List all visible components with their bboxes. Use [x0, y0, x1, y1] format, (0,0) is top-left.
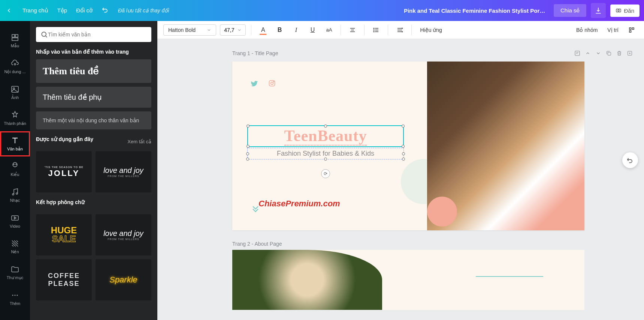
rail-photos[interactable]: Ảnh	[0, 80, 30, 105]
help-fab[interactable]	[622, 152, 638, 168]
thumb-jolly[interactable]: 'TIS THE SEASON TO BEJOLLY	[36, 151, 92, 192]
add-subheading-button[interactable]: Thêm tiêu đề phụ	[36, 87, 151, 108]
svg-rect-2	[12, 35, 15, 37]
text-toolbar: Hatton Bold 47,7 A B I U aA Hiệu ứng Bỏ …	[157, 21, 644, 39]
bold-button[interactable]: B	[273, 24, 286, 36]
publish-button[interactable]: Đăn	[610, 5, 640, 17]
thumb-love[interactable]: love and joyFROM THE MILLERS	[96, 151, 151, 192]
svg-point-9	[12, 194, 14, 195]
document-title[interactable]: Pink and Teal Classic Feminine Fashion S…	[404, 8, 546, 14]
chevron-down-icon	[237, 28, 242, 32]
rail-text[interactable]: Văn bản	[0, 131, 30, 156]
svg-point-17	[374, 30, 375, 30]
title-textbox[interactable]: TeenBeauty	[247, 125, 404, 147]
top-bar: Trang chủ Tệp Đổi cỡ Đã lưu tất cả thay …	[0, 0, 644, 21]
underline-button[interactable]: U	[306, 24, 319, 36]
svg-rect-23	[608, 52, 611, 55]
svg-rect-4	[12, 38, 18, 41]
rail-styles[interactable]: Kiểu	[0, 156, 30, 182]
save-status: Đã lưu tất cả thay đổi	[118, 8, 169, 14]
thumb-huge-sale[interactable]: HUGESALE	[36, 214, 92, 255]
thumb-coffee[interactable]: COFFEEPLEASE	[36, 259, 92, 300]
ungroup-button[interactable]: Bỏ nhóm	[573, 27, 601, 33]
about-photo[interactable]	[232, 250, 382, 310]
svg-point-14	[17, 295, 18, 296]
font-combo-label: Kết hợp phông chữ	[36, 199, 85, 205]
decor-circle	[427, 197, 457, 227]
svg-point-13	[15, 295, 16, 296]
thumb-sparkle[interactable]: Sparkle	[96, 259, 151, 300]
svg-rect-20	[632, 28, 634, 30]
add-page-icon[interactable]	[625, 48, 635, 59]
text-panel: Nhấp vào văn bản để thêm vào trang Thêm …	[30, 21, 157, 320]
rail-more[interactable]: Thêm	[0, 285, 30, 311]
left-rail: Mẫu Nội dung ... Ảnh Thành phần Văn bản …	[0, 21, 30, 320]
position-button[interactable]: Vị trí	[604, 27, 622, 33]
watermark: ChiasePremium.com	[258, 199, 340, 209]
italic-button[interactable]: I	[290, 24, 302, 36]
page1-header: Trang 1 - Title Page	[232, 48, 635, 59]
share-button[interactable]: Chia sẻ	[554, 4, 587, 17]
uppercase-button[interactable]: aA	[323, 24, 335, 36]
page-notes-icon[interactable]	[572, 48, 583, 59]
svg-point-26	[271, 82, 273, 85]
page-up-icon[interactable]	[583, 48, 593, 59]
search-input[interactable]	[48, 32, 147, 38]
list-button[interactable]	[370, 24, 383, 36]
svg-point-10	[16, 193, 18, 194]
rail-uploads[interactable]: Nội dung ...	[0, 54, 30, 80]
spacing-button[interactable]	[393, 24, 406, 36]
svg-point-8	[16, 164, 16, 165]
search-icon	[40, 31, 48, 38]
svg-rect-11	[12, 216, 18, 220]
chevron-down-icon	[207, 28, 211, 32]
page-2[interactable]	[232, 250, 584, 310]
rail-elements[interactable]: Thành phần	[0, 105, 30, 131]
recent-label: Được sử dụng gần đây	[36, 136, 93, 142]
instagram-icon[interactable]	[268, 80, 276, 89]
rotate-handle[interactable]: ⟳	[321, 169, 330, 178]
page-down-icon[interactable]	[593, 48, 604, 59]
font-size-dropdown[interactable]: 47,7	[220, 24, 246, 36]
subtitle-textbox[interactable]: Fashion Stylist for Babies & Kids	[247, 148, 404, 159]
align-button[interactable]	[346, 24, 359, 36]
thumb-love2[interactable]: love and joyFROM THE MILLERS	[96, 214, 151, 255]
svg-point-12	[12, 295, 13, 296]
svg-rect-0	[616, 9, 621, 12]
back-icon[interactable]	[4, 6, 13, 15]
click-hint: Nhấp vào văn bản để thêm vào trang	[36, 49, 151, 55]
rail-background[interactable]: Nền	[0, 234, 30, 260]
decor-line	[476, 276, 543, 277]
svg-point-15	[42, 32, 46, 36]
undo-icon[interactable]	[102, 6, 109, 15]
resize-menu[interactable]: Đổi cỡ	[76, 7, 93, 14]
delete-icon[interactable]	[614, 48, 625, 59]
page2-header: Trang 2 - About Page	[232, 241, 635, 247]
canvas-area[interactable]: Trang 1 - Title Page TeenBeauty Fashion …	[157, 39, 644, 320]
file-menu[interactable]: Tệp	[57, 7, 67, 14]
rail-video[interactable]: Video	[0, 208, 30, 234]
svg-point-7	[13, 164, 14, 165]
rail-folders[interactable]: Thư mục	[0, 260, 30, 285]
rail-templates[interactable]: Mẫu	[0, 28, 30, 54]
home-link[interactable]: Trang chủ	[22, 7, 48, 14]
svg-point-1	[618, 10, 619, 11]
rail-music[interactable]: Nhạc	[0, 182, 30, 208]
text-color-button[interactable]: A	[257, 24, 269, 36]
add-heading-button[interactable]: Thêm tiêu đề	[36, 59, 151, 83]
duplicate-icon[interactable]	[604, 48, 614, 59]
add-body-button[interactable]: Thêm một vài nội dung cho thân văn bản	[36, 111, 151, 129]
svg-rect-19	[629, 28, 631, 30]
svg-point-18	[374, 31, 375, 32]
effects-button[interactable]: Hiệu ứng	[417, 27, 445, 33]
search-box[interactable]	[36, 27, 151, 42]
download-icon[interactable]	[591, 3, 606, 18]
selected-text-group[interactable]: TeenBeauty Fashion Stylist for Babies & …	[247, 125, 404, 159]
transparency-icon[interactable]	[625, 24, 638, 36]
see-all-link[interactable]: Xem tất cả	[127, 139, 151, 144]
font-dropdown[interactable]: Hatton Bold	[163, 24, 216, 36]
svg-point-27	[273, 81, 274, 82]
svg-rect-3	[15, 35, 18, 37]
svg-point-16	[374, 28, 375, 29]
twitter-icon[interactable]	[250, 80, 258, 89]
